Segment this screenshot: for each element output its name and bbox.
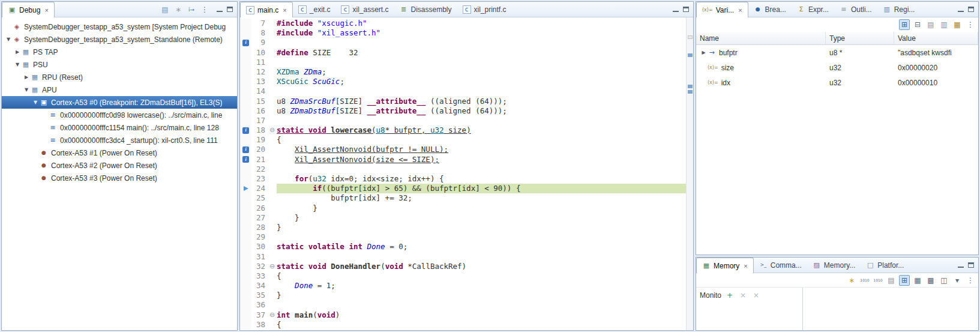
maximize-icon[interactable] xyxy=(968,262,974,268)
code-text[interactable] xyxy=(277,38,693,47)
close-tab-icon[interactable]: × xyxy=(744,262,747,270)
new-memory-monitor-icon[interactable]: ∗ xyxy=(846,275,857,286)
collapse-all-icon[interactable]: ⊟ xyxy=(912,19,923,30)
collapsed-icon[interactable]: ▶ xyxy=(22,74,31,80)
code-text[interactable]: u8 ZDmaDstBuf[SIZE] __attribute__ ((alig… xyxy=(277,106,693,116)
tab-memory-[interactable]: ▨Memory... xyxy=(807,258,861,273)
tree-item[interactable]: ▼▦APU xyxy=(2,83,237,96)
tab-vari-[interactable]: (x)=Vari...× xyxy=(696,2,748,17)
code-text[interactable] xyxy=(277,252,693,262)
code-text[interactable]: #include "xil_assert.h" xyxy=(277,28,693,38)
tree-item[interactable]: ◈SystemDebugger_testapp_a53_system [Syst… xyxy=(2,20,237,33)
code-text[interactable]: } xyxy=(277,291,693,300)
tree-item[interactable]: ▼▦PSU xyxy=(2,58,237,71)
maximize-icon[interactable] xyxy=(968,7,974,12)
new-view-icon[interactable]: ▦ xyxy=(952,19,963,30)
tab-outli-[interactable]: ≡Outli... xyxy=(834,2,877,17)
code-text[interactable]: u8 ZDmaSrcBuf[SIZE] __attribute__ ((alig… xyxy=(277,97,693,106)
code-text[interactable] xyxy=(277,300,693,310)
table-view-icon[interactable]: ▦ xyxy=(912,275,923,286)
code-text[interactable] xyxy=(277,164,693,174)
column-header-type[interactable]: Type xyxy=(826,32,894,44)
tab-disassembly[interactable]: ≣Disassembly xyxy=(394,2,457,17)
maximize-icon[interactable] xyxy=(683,7,689,12)
tab-debug[interactable]: ▣Debug× xyxy=(2,2,55,17)
code-text[interactable]: { xyxy=(277,271,693,281)
minimize-icon[interactable] xyxy=(673,7,679,12)
tab-expr-[interactable]: ΣExpr... xyxy=(792,2,834,17)
tree-item[interactable]: ●Cortex-A53 #2 (Power On Reset) xyxy=(2,159,237,172)
view-menu-icon[interactable]: ⋮ xyxy=(199,4,210,15)
code-text[interactable]: { xyxy=(277,320,693,330)
variable-row[interactable]: ▶→bufptru8 *"asdbqset kwsdfi xyxy=(696,45,978,60)
import-memory-icon[interactable]: 1010 xyxy=(859,275,870,286)
overview-ruler[interactable] xyxy=(686,17,693,330)
code-text[interactable]: XScuGic ScuGic; xyxy=(277,77,693,86)
code-text[interactable]: { xyxy=(277,135,693,145)
remove-all-terminated-icon[interactable]: ∗ xyxy=(173,4,184,15)
tab-platfor-[interactable]: □Platfor... xyxy=(861,258,909,273)
collapsed-icon[interactable]: ▶ xyxy=(13,49,22,55)
tree-item[interactable]: ≡0x00000000fffc3dc4 _startup(): xil-crt0… xyxy=(2,134,237,146)
remove-all-monitors-icon[interactable]: × xyxy=(751,290,762,301)
code-text[interactable]: } xyxy=(277,204,693,213)
code-text[interactable]: int main(void) xyxy=(277,310,693,320)
dropdown-icon[interactable]: ▾ xyxy=(952,275,963,286)
tree-item[interactable]: ▼◈SystemDebugger_testapp_a53_system_Stan… xyxy=(2,33,237,46)
expanded-icon[interactable]: ▼ xyxy=(22,87,31,92)
fold-toggle-icon[interactable]: ⊖ xyxy=(268,125,277,135)
expanded-icon[interactable]: ▼ xyxy=(13,62,22,67)
tab-brea-[interactable]: ●Brea... xyxy=(748,2,792,17)
tree-item[interactable]: ▼▣Cortex-A53 #0 (Breakpoint: ZDmaDstBuf[… xyxy=(2,96,237,109)
collapsed-icon[interactable]: ▶ xyxy=(700,50,708,55)
code-text[interactable]: if((bufptr[idx] > 65) && (bufptr[idx] < … xyxy=(277,184,693,193)
tab-comma-[interactable]: >_Comma... xyxy=(754,258,807,273)
remove-monitor-icon[interactable]: × xyxy=(738,290,748,301)
code-text[interactable]: #define SIZE 32 xyxy=(277,48,693,58)
tab-xil-assert-c[interactable]: cxil_assert.c xyxy=(335,2,394,17)
maximize-icon[interactable] xyxy=(227,7,233,12)
copy-variables-icon[interactable]: ▤ xyxy=(925,19,936,30)
code-text[interactable]: Done = 1; xyxy=(277,281,693,291)
column-header-name[interactable]: Name xyxy=(696,32,826,44)
tab-main-c[interactable]: cmain.c× xyxy=(240,2,293,17)
tree-item[interactable]: ▶▦RPU (Reset) xyxy=(2,71,237,83)
expanded-icon[interactable]: ▼ xyxy=(4,37,13,42)
code-text[interactable]: static void DoneHandler(void *CallBackRe… xyxy=(277,262,693,271)
add-monitor-icon[interactable]: + xyxy=(724,290,735,301)
tab-regi-[interactable]: ▥Regi... xyxy=(877,2,921,17)
code-text[interactable]: } xyxy=(277,213,693,223)
grid-view-icon[interactable]: ▩ xyxy=(925,275,936,286)
close-tab-icon[interactable]: × xyxy=(738,7,742,14)
variable-row[interactable]: (x)=idxu320x00000010 xyxy=(696,75,978,90)
minimize-icon[interactable] xyxy=(958,7,964,12)
code-text[interactable]: } xyxy=(277,223,693,232)
code-text[interactable]: static void lowercase(u8* bufptr, u32 si… xyxy=(277,125,693,135)
code-text[interactable] xyxy=(277,58,693,67)
tab-memory[interactable]: ▦Memory× xyxy=(696,258,754,273)
code-text[interactable] xyxy=(277,116,693,125)
tree-item[interactable]: ▶▦PS TAP xyxy=(2,46,237,58)
split-view-icon[interactable]: ◫ xyxy=(939,275,949,286)
code-text[interactable]: for(u32 idx=0; idx<size; idx++) { xyxy=(277,174,693,184)
export-memory-icon[interactable]: 1010 xyxy=(873,275,883,286)
column-header-value[interactable]: Value xyxy=(894,32,978,44)
code-text[interactable]: static volatile int Done = 0; xyxy=(277,242,693,252)
code-text[interactable] xyxy=(277,86,693,96)
fold-toggle-icon[interactable]: ⊖ xyxy=(268,262,277,271)
code-text[interactable]: Xil_AssertNonvoid(bufptr != NULL); xyxy=(277,145,693,154)
minimize-icon[interactable] xyxy=(958,263,964,268)
code-text[interactable]: XZDma ZDma; xyxy=(277,67,693,77)
tab-xil-printf-c[interactable]: cxil_printf.c xyxy=(457,2,512,17)
fold-toggle-icon[interactable]: ⊖ xyxy=(268,310,277,320)
tab--exit-c[interactable]: c_exit.c xyxy=(293,2,336,17)
code-editor[interactable]: 7#include "xscugic.h"8#include "xil_asse… xyxy=(240,17,693,330)
close-tab-icon[interactable]: × xyxy=(44,7,48,14)
view-menu-icon[interactable]: ⋮ xyxy=(965,19,976,30)
code-text[interactable]: Xil_AssertNonvoid(size <= SIZE); xyxy=(277,155,693,164)
tree-item[interactable]: ≡0x00000000fffc1154 main(): ../src/main.… xyxy=(2,121,237,134)
minimize-icon[interactable] xyxy=(217,7,223,12)
tree-item[interactable]: ≡0x00000000fffc0d98 lowercase(): ../src/… xyxy=(2,109,237,121)
code-text[interactable]: bufptr[idx] += 32; xyxy=(277,193,693,203)
code-text[interactable] xyxy=(277,232,693,242)
